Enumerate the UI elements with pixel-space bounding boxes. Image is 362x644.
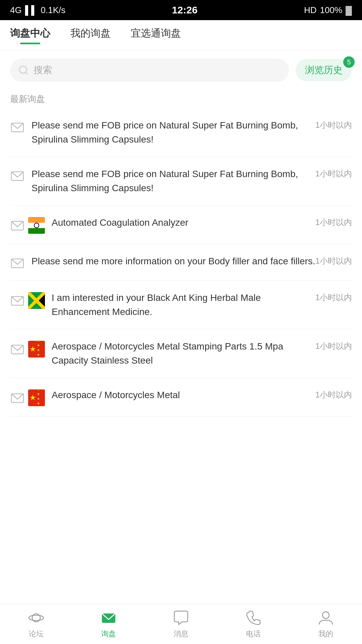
inquiry-time: 1小时以内 <box>315 168 352 179</box>
signal-bars: ▌▌ <box>25 5 38 15</box>
inquiry-content: Automated Coagulation Analyzer <box>52 216 315 230</box>
inquiry-time: 1小时以内 <box>315 292 352 303</box>
china-flag-icon: ★ ★ ★ ★ ★ <box>28 389 45 406</box>
inquiry-time: 1小时以内 <box>315 389 352 400</box>
inquiry-row: Aerospace / Motorcycles Metal 1小时以内 <box>52 388 352 402</box>
nav-item-mine[interactable]: 我的 <box>290 609 362 639</box>
tab-inquiry-center[interactable]: 询盘中心 <box>10 26 50 44</box>
svg-point-0 <box>19 66 26 73</box>
mail-icon <box>10 120 25 135</box>
inquiry-row: I am interested in your Black Ant King H… <box>52 291 352 319</box>
svg-point-13 <box>322 612 329 619</box>
item-icons: ★ ★ ★ ★ ★ <box>10 341 45 358</box>
item-icons <box>10 168 25 183</box>
inquiry-content: Please send me more information on your … <box>32 254 315 268</box>
mail-icon <box>10 256 25 270</box>
nav-label-message: 消息 <box>174 629 188 639</box>
mail-icon <box>10 390 25 405</box>
inquiry-text: Please send me more information on your … <box>32 254 315 268</box>
inquiry-content: Aerospace / Motorcycles Metal <box>52 388 315 402</box>
mail-icon <box>10 218 25 233</box>
item-icons <box>10 256 25 270</box>
list-item[interactable]: Please send me more information on your … <box>10 244 352 281</box>
inquiry-row: Please send me FOB price on Natural Supe… <box>32 167 352 195</box>
mail-icon <box>10 168 25 183</box>
inquiry-row: Automated Coagulation Analyzer 1小时以内 <box>52 216 352 230</box>
item-icons <box>10 217 45 234</box>
inquiry-content: I am interested in your Black Ant King H… <box>52 291 315 319</box>
tab-my-inquiry[interactable]: 我的询盘 <box>70 26 111 44</box>
inquiry-text: Aerospace / Motorcycles Metal Stamping P… <box>52 339 315 368</box>
list-item[interactable]: ★ ★ ★ ★ ★ Aerospace / Motorcycles Metal … <box>10 378 352 417</box>
chat-icon <box>173 609 189 626</box>
hd-label: HD <box>304 5 317 15</box>
list-item[interactable]: Please send me FOB price on Natural Supe… <box>10 157 352 206</box>
item-icons <box>10 120 25 135</box>
nav-label-forum: 论坛 <box>29 629 44 639</box>
inquiry-row: Please send me more information on your … <box>32 254 352 268</box>
india-flag-icon <box>28 217 45 234</box>
phone-icon <box>245 609 262 626</box>
nav-label-mine: 我的 <box>318 629 333 639</box>
search-icon <box>18 65 29 75</box>
nav-item-forum[interactable]: 论坛 <box>0 609 72 639</box>
nav-item-inquiry[interactable]: 询盘 <box>72 609 145 639</box>
svg-point-11 <box>29 615 44 621</box>
inquiry-content: Aerospace / Motorcycles Metal Stamping P… <box>52 339 315 368</box>
inquiry-row: Please send me FOB price on Natural Supe… <box>32 118 352 147</box>
signal-text: 4G <box>10 5 22 15</box>
list-item[interactable]: Please send me FOB price on Natural Supe… <box>10 108 352 157</box>
svg-rect-2 <box>10 120 25 135</box>
inquiry-time: 1小时以内 <box>315 341 352 352</box>
mail-active-icon <box>100 609 117 626</box>
inquiry-text: Automated Coagulation Analyzer <box>52 216 315 230</box>
list-item[interactable]: Automated Coagulation Analyzer 1小时以内 <box>10 206 352 244</box>
inquiry-time: 1小时以内 <box>315 256 352 266</box>
list-item[interactable]: ★ ★ ★ ★ ★ Aerospace / Motorcycles Metal … <box>10 329 352 378</box>
item-icons <box>10 292 45 309</box>
history-badge: 5 <box>343 56 355 68</box>
inquiry-time: 1小时以内 <box>315 120 352 130</box>
speed-text: 0.1K/s <box>41 5 66 15</box>
nav-item-message[interactable]: 消息 <box>145 609 217 639</box>
inquiry-text: I am interested in your Black Ant King H… <box>52 291 315 319</box>
search-placeholder: 搜索 <box>34 64 52 76</box>
mail-icon <box>10 293 25 308</box>
mail-icon <box>10 342 25 357</box>
svg-line-1 <box>25 72 27 74</box>
planet-icon <box>28 609 45 626</box>
inquiry-text: Please send me FOB price on Natural Supe… <box>32 167 315 195</box>
inquiry-time: 1小时以内 <box>315 217 352 228</box>
inquiry-content: Please send me FOB price on Natural Supe… <box>32 118 315 147</box>
nav-item-phone[interactable]: 电话 <box>217 609 290 639</box>
inquiry-row: Aerospace / Motorcycles Metal Stamping P… <box>52 339 352 368</box>
battery-icon: ▓ <box>346 5 352 15</box>
section-label: 最新询盘 <box>0 90 362 108</box>
inquiry-text: Aerospace / Motorcycles Metal <box>52 388 315 402</box>
bottom-nav: 论坛 询盘 消息 电话 我的 <box>0 604 362 644</box>
search-box[interactable]: 搜索 <box>10 58 289 82</box>
list-item[interactable]: I am interested in your Black Ant King H… <box>10 281 352 329</box>
status-time: 12:26 <box>172 4 198 16</box>
tab-recommended[interactable]: 宜选通询盘 <box>131 26 181 44</box>
nav-label-inquiry: 询盘 <box>101 629 116 639</box>
inquiry-list: Please send me FOB price on Natural Supe… <box>0 108 362 417</box>
battery-text: 100% <box>320 5 343 15</box>
status-bar: 4G ▌▌ 0.1K/s 12:26 HD 100% ▓ <box>0 0 362 20</box>
user-icon <box>317 609 334 626</box>
history-button[interactable]: 浏览历史 5 <box>296 59 352 81</box>
search-area: 搜索 浏览历史 5 <box>0 50 362 90</box>
nav-label-phone: 电话 <box>246 629 261 639</box>
inquiry-content: Please send me FOB price on Natural Supe… <box>32 167 315 195</box>
status-left: 4G ▌▌ 0.1K/s <box>10 5 65 15</box>
tab-bar: 询盘中心 我的询盘 宜选通询盘 <box>0 20 362 50</box>
jamaica-flag-icon <box>28 292 45 309</box>
china-flag-icon: ★ ★ ★ ★ ★ <box>28 341 45 358</box>
inquiry-text: Please send me FOB price on Natural Supe… <box>32 118 315 147</box>
item-icons: ★ ★ ★ ★ ★ <box>10 389 45 406</box>
status-right: HD 100% ▓ <box>304 5 352 15</box>
